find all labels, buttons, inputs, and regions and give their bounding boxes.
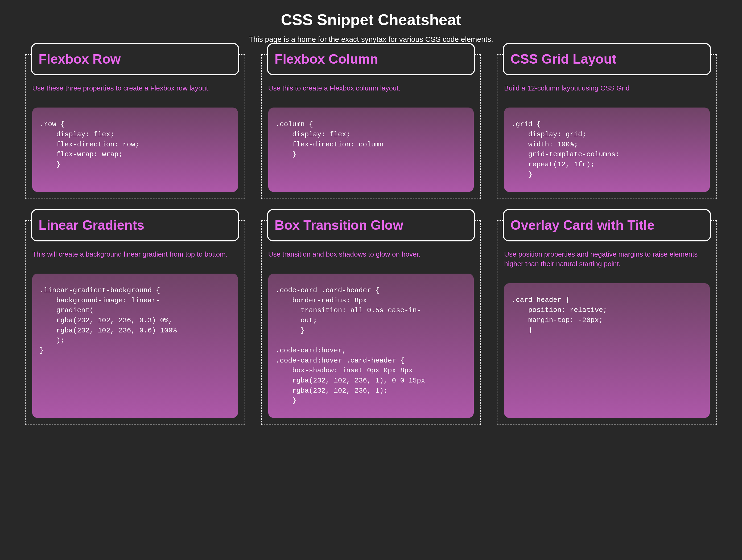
code-card-flexbox-column: Flexbox Column Use this to create a Flex… xyxy=(261,54,481,199)
code-block[interactable]: .linear-gradient-background { background… xyxy=(32,273,238,418)
card-title: Box Transition Glow xyxy=(275,217,468,233)
card-description: Build a 12-column layout using CSS Grid xyxy=(504,83,710,93)
page-title: CSS Snippet Cheatsheat xyxy=(11,11,731,29)
cards-grid: Flexbox Row Use these three properties t… xyxy=(25,54,717,425)
card-description: Use transition and box shadows to glow o… xyxy=(268,249,474,259)
card-title: Flexbox Column xyxy=(275,51,468,67)
card-header: CSS Grid Layout xyxy=(503,43,711,75)
code-card-linear-gradients: Linear Gradients This will create a back… xyxy=(25,220,245,425)
code-block[interactable]: .card-header { position: relative; margi… xyxy=(504,283,710,418)
card-title: CSS Grid Layout xyxy=(511,51,703,67)
code-block[interactable]: .row { display: flex; flex-direction: ro… xyxy=(32,107,238,192)
code-block[interactable]: .column { display: flex; flex-direction:… xyxy=(268,107,474,192)
card-title: Overlay Card with Title xyxy=(511,217,703,233)
card-title: Flexbox Row xyxy=(39,51,231,67)
card-header: Linear Gradients xyxy=(31,209,239,241)
code-block[interactable]: .grid { display: grid; width: 100%; grid… xyxy=(504,107,710,192)
card-title: Linear Gradients xyxy=(39,217,231,233)
code-card-box-transition-glow: Box Transition Glow Use transition and b… xyxy=(261,220,481,425)
code-card-flexbox-row: Flexbox Row Use these three properties t… xyxy=(25,54,245,199)
card-header: Flexbox Column xyxy=(267,43,475,75)
card-header: Overlay Card with Title xyxy=(503,209,711,241)
card-description: This will create a background linear gra… xyxy=(32,249,238,259)
code-card-css-grid: CSS Grid Layout Build a 12-column layout… xyxy=(497,54,717,199)
card-description: Use this to create a Flexbox column layo… xyxy=(268,83,474,93)
page-subtitle: This page is a home for the exact synyta… xyxy=(11,35,731,44)
card-header: Flexbox Row xyxy=(31,43,239,75)
card-description: Use these three properties to create a F… xyxy=(32,83,238,93)
card-header: Box Transition Glow xyxy=(267,209,475,241)
code-block[interactable]: .code-card .card-header { border-radius:… xyxy=(268,273,474,418)
card-description: Use position properties and negative mar… xyxy=(504,249,710,269)
code-card-overlay-card: Overlay Card with Title Use position pro… xyxy=(497,220,717,425)
